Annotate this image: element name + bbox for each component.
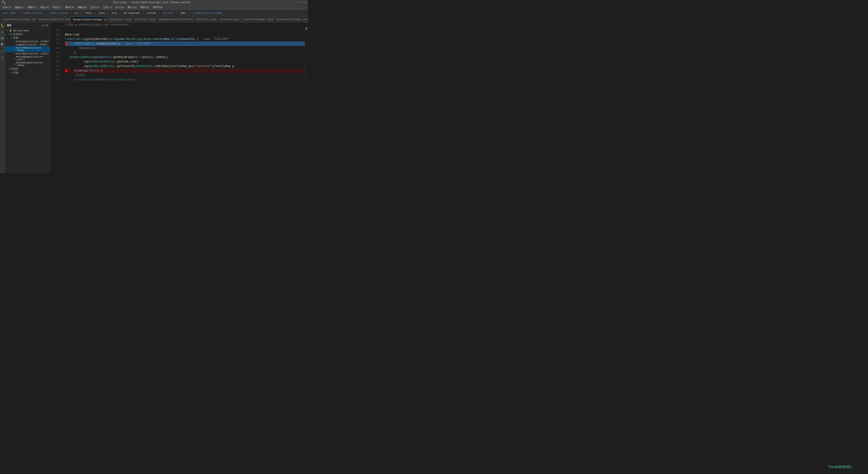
code-var-entitymap: entityMap — [155, 37, 169, 41]
menu-item[interactable]: 代码(C) — [51, 5, 63, 9]
code-content[interactable]: @Override ➤ public String getSysNextSN (… — [61, 27, 305, 173]
hint-line: 1 个用法 ▲ 123693121220@163.com <zhe1996032… — [50, 23, 308, 27]
tree-log[interactable]: ● LogApplication :8103/ — [5, 43, 50, 46]
breadcrumb-main[interactable]: main — [85, 11, 93, 15]
tree-message[interactable]: ● MessageApplication :8167/ — [5, 55, 50, 61]
activity-git[interactable]: ⎇ — [0, 49, 5, 53]
menu-item[interactable]: 构建(B) — [76, 5, 89, 9]
right-gutter — [305, 27, 308, 173]
tree-springboot[interactable]: ▼ 🍃 Spring Boot — [5, 29, 50, 32]
tab-label-tokenutil: TokenUtil.java — [195, 18, 216, 21]
code-dot-36: . — [83, 64, 85, 68]
breakpoint-37 — [65, 69, 68, 72]
ln-30: 30 — [52, 37, 59, 41]
minimize-button[interactable]: ─ — [298, 1, 300, 4]
tree-run-icon: ▶ — [10, 33, 12, 36]
activity-debug[interactable]: 🐛 — [0, 24, 5, 28]
menu-item[interactable]: 窗口(W) — [126, 5, 138, 9]
menu-item[interactable]: 编辑(E) — [13, 5, 26, 9]
tab-isysserial[interactable]: ISysSerialService.java ✕ — [36, 17, 71, 22]
ln-35: 35 — [52, 60, 59, 64]
code-gettenantid: getTenantId — [117, 64, 135, 68]
breadcrumb-blade-service[interactable]: blade-service — [22, 11, 44, 15]
tree-system[interactable]: ● SystemApplication :8106/ — [5, 46, 50, 52]
code-comma-35: , — [128, 60, 130, 64]
code-string-30: String — [77, 37, 87, 41]
menu-bar: 文件(F)编辑(E)视图(V)导航(N)代码(C)重构(R)构建(B)运行(U)… — [0, 5, 308, 10]
code-coloncolon2: :: — [114, 64, 117, 68]
tab-isysclient[interactable]: ISysClient.java ✕ — [107, 17, 133, 22]
tab-sysclient[interactable]: SysClient.java ✕ — [132, 17, 157, 22]
breadcrumb-springblade[interactable]: springblade — [122, 11, 141, 15]
code-container[interactable]: 28 29 30 31 32 33 34 35 36 37 38 39 — [50, 27, 308, 173]
ln-39: 39 — [52, 78, 59, 82]
code-var-code: code — [117, 37, 124, 41]
menu-item[interactable]: 文件(F) — [1, 5, 13, 9]
services-expand-icon[interactable]: ⊞ — [46, 24, 48, 27]
menu-item[interactable]: 帮助(H) — [139, 5, 151, 9]
activity-run[interactable]: ▶ — [0, 30, 5, 34]
code-sb-type: StringBuilder — [111, 78, 132, 82]
window-title: mrhr-paas - SysSerialServiceImpl.java [b… — [113, 1, 191, 4]
breadcrumb-system[interactable]: system — [145, 11, 157, 15]
tree-text-user: UserApplication :8102/ — [16, 52, 49, 55]
code-line-36: . eq ( SysSerialEntity :: getTenantId , … — [65, 64, 305, 68]
tab-sysserial[interactable]: SysSerialServiceImpl.java ✕ — [71, 17, 107, 22]
breadcrumb-src[interactable]: src — [73, 11, 80, 15]
tree-running[interactable]: ▼ ▶ 正在运行 — [5, 32, 50, 36]
code-notequal: != — [88, 68, 91, 73]
breadcrumb-service[interactable]: service — [161, 11, 175, 15]
activity-search[interactable]: 🔍 — [0, 42, 5, 47]
tree-user[interactable]: ● UserApplication :8102/ — [5, 52, 50, 55]
breakpoint-31 — [65, 42, 68, 45]
tree-main-start[interactable]: ▶ 主启动 — [5, 67, 50, 71]
maximize-button[interactable]: □ — [302, 1, 303, 4]
breadcrumb-class[interactable]: SysSerialServiceImpl — [192, 11, 224, 15]
menu-item[interactable]: 导航(N) — [38, 5, 51, 9]
code-hint-31: code: "TJFLCODE" — [125, 41, 151, 46]
menu-item[interactable]: 视图(V) — [26, 5, 38, 9]
tree-dot-message: ● — [14, 57, 15, 59]
breadcrumb-impl[interactable]: impl — [179, 11, 187, 15]
menu-item[interactable]: 协同开发 — [151, 5, 164, 9]
code-comment-38: //流水号 — [74, 73, 85, 78]
window-controls: ─ □ ✕ — [298, 1, 306, 4]
tree-gateway[interactable]: ● GateWayApplication :8088/ — [5, 61, 50, 67]
code-query: query — [143, 55, 151, 60]
services-refresh-icon[interactable]: ↺ — [42, 24, 43, 27]
code-entitymap-get: (entityMap.get( — [170, 64, 195, 68]
services-settings-icon[interactable]: ⚙ — [44, 24, 46, 27]
breadcrumb-blade-system[interactable]: blade-system — [48, 11, 69, 15]
close-button[interactable]: ✕ — [305, 1, 306, 4]
ln-37: 37 — [52, 68, 59, 73]
activity-settings[interactable]: ⚙ — [0, 55, 5, 60]
code-stringutil: StringUtil — [79, 41, 95, 46]
code-var-tenantid: tenantId — [181, 37, 194, 41]
tab-launcher[interactable]: LauncherServiceImpl.java ✕ — [0, 17, 36, 22]
tree-arrow-springboot: ▼ — [7, 30, 8, 32]
code-public-30: public — [67, 37, 77, 41]
tree-common[interactable]: ▼ 常用 — [5, 36, 50, 40]
menu-item[interactable]: 工具(T) — [102, 5, 114, 9]
tab-syscache[interactable]: SysCache.java ✕ — [218, 17, 241, 22]
tree-auth[interactable]: ● AuthApplication :8100/ — [5, 40, 50, 43]
tab-tokenutil[interactable]: TokenUtil.java ✕ — [193, 17, 218, 22]
tree-text-gateway: GateWayApplication :8088/ — [16, 61, 49, 67]
menu-item[interactable]: 运行(U) — [89, 5, 101, 9]
menu-item[interactable]: 重构(R) — [64, 5, 76, 9]
services-tree: ▼ 🍃 Spring Boot ▼ ▶ 正在运行 ▼ 常用 ● AuthAppl… — [5, 28, 50, 173]
code-semi-32: ; — [95, 46, 96, 51]
tab-bladeuser[interactable]: BladeUserDetailsServiceImpl.java ✕ — [157, 17, 193, 22]
breadcrumb-mrhr-paas[interactable]: mrhr-paas — [1, 11, 17, 15]
code-override: @Override — [65, 32, 80, 37]
activity-services[interactable]: ⚙ — [0, 36, 5, 40]
breadcrumb-java[interactable]: java — [98, 11, 106, 15]
services-panel: 服务 ↺ ⚙ ⊞ ▼ 🍃 Spring Boot ▼ ▶ 正在运行 — [5, 23, 50, 173]
menu-item[interactable]: Git(G) — [114, 6, 126, 9]
code-dot-35: . — [83, 60, 85, 64]
tab-userservice[interactable]: UserServiceImpl.java ✕ — [241, 17, 273, 22]
breadcrumb-org[interactable]: org — [111, 11, 118, 15]
tree-optional[interactable]: ▶ 可选 — [5, 71, 50, 75]
tab-tenantservice[interactable]: TenantServiceImpl.java ✕ — [273, 17, 308, 22]
editor-area: 1 个用法 ▲ 123693121220@163.com <zhe1996032… — [50, 23, 308, 173]
